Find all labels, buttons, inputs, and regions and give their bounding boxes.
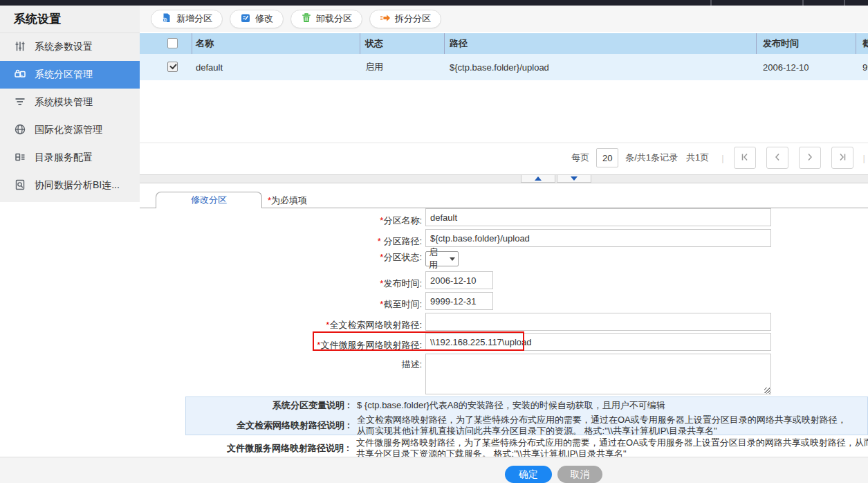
per-page-label: 每页 — [571, 152, 589, 164]
next-page-icon — [806, 153, 814, 163]
prev-page-button[interactable] — [766, 147, 788, 169]
records-count-label: 条/共1条记录 — [625, 152, 678, 164]
modify-button[interactable]: 修改 — [230, 10, 284, 28]
sidebar-item-label: 系统分区管理 — [35, 69, 93, 81]
sidebar-item-system-modules[interactable]: 系统模块管理 — [0, 89, 140, 116]
note-row-microservice-explain: 文件微服务网络映射路径说明 : 文件微服务网络映射路径，为了某些特殊分布式应用的… — [185, 437, 868, 457]
partition-table-header: 名称 状态 路径 发布时间 截至时间 — [140, 33, 868, 54]
ok-button[interactable]: 确定 — [505, 466, 552, 483]
partition-path-input[interactable] — [425, 229, 771, 247]
collapse-down-button[interactable] — [557, 175, 591, 183]
note-text: 全文检索网络映射路径，为了某些特殊分布式应用的需要，通过在OA或专用服务器上设置… — [357, 414, 855, 435]
modify-partition-form: 修改分区 *为必填项 *分区名称: * 分区路径: *分区状态: 启用 *发布时… — [140, 184, 868, 457]
button-label: 修改 — [255, 12, 273, 25]
sidebar-item-label: 国际化资源管理 — [35, 124, 102, 136]
cell-path: ${ctp.base.folder}/upload — [450, 54, 549, 80]
column-header-path[interactable]: 路径 — [450, 33, 468, 54]
edit-icon — [240, 12, 251, 26]
note-text: $ {ctp.base.folder}代表A8的安装路径，安装的时候自动获取，且… — [357, 400, 855, 411]
split-partition-button[interactable]: 拆分分区 — [369, 10, 441, 28]
last-page-button[interactable] — [831, 147, 853, 169]
description-textarea[interactable] — [425, 354, 771, 394]
row-checkbox[interactable] — [167, 62, 178, 72]
per-page-input[interactable] — [596, 148, 618, 167]
chevron-down-icon — [450, 257, 455, 261]
top-bar-divider — [844, 0, 845, 6]
button-label: 卸载分区 — [316, 12, 352, 25]
note-row-fulltext-explain: 全文检索网络映射路径说明 : 全文检索网络映射路径，为了某些特殊分布式应用的需要… — [186, 414, 867, 435]
sidebar-item-label: 系统参数设置 — [35, 41, 93, 53]
field-label-partition-status: *分区状态: — [216, 250, 422, 265]
sidebar-item-label: 目录服务配置 — [35, 152, 93, 164]
cancel-button[interactable]: 取消 — [557, 466, 602, 483]
sidebar-item-directory-service[interactable]: 目录服务配置 — [0, 144, 140, 172]
note-label: 系统分区变量说明 : — [186, 400, 350, 411]
sidebar-item-partition-management[interactable]: 系统分区管理 — [0, 61, 140, 89]
notes-box: 系统分区变量说明 : $ {ctp.base.folder}代表A8的安装路径，… — [185, 397, 868, 435]
tab-modify-partition[interactable]: 修改分区 — [156, 192, 262, 208]
column-header-name[interactable]: 名称 — [196, 33, 214, 54]
pagination-bar: 每页 条/共1条记录 共1页 | | — [140, 143, 868, 173]
top-bar-divider — [802, 0, 804, 6]
last-page-icon — [838, 153, 847, 163]
field-label-partition-name: *分区名称: — [216, 212, 422, 230]
table-row[interactable]: default 启用 ${ctp.base.folder}/upload 200… — [140, 54, 868, 80]
column-header-end-date[interactable]: 截至时间 — [862, 33, 868, 54]
cell-publish-date: 2006-12-10 — [763, 54, 809, 80]
form-footer: 确定 取消 — [0, 457, 868, 483]
cell-end-date: 9999-12-31 — [862, 54, 868, 80]
sidebar-item-label: 协同数据分析BI连... — [35, 179, 120, 192]
sidebar-item-i18n-resources[interactable]: 国际化资源管理 — [0, 116, 140, 144]
note-label: 文件微服务网络映射路径说明 : — [185, 443, 349, 454]
add-partition-button[interactable]: 新增分区 — [151, 10, 223, 28]
sliders-icon — [14, 40, 26, 55]
partition-status-select[interactable]: 启用 — [425, 251, 459, 266]
end-date-input[interactable] — [425, 292, 493, 310]
add-document-icon — [161, 12, 172, 26]
sidebar-item-system-params[interactable]: 系统参数设置 — [0, 33, 140, 61]
cell-status: 启用 — [365, 54, 383, 80]
field-label-end-date: *截至时间: — [216, 295, 422, 313]
note-row-variable-explain: 系统分区变量说明 : $ {ctp.base.folder}代表A8的安装路径，… — [186, 400, 867, 411]
sidebar-item-label: 系统模块管理 — [35, 96, 93, 109]
note-text: 文件微服务网络映射路径，为了某些特殊分布式应用的需要，通过在OA或专用服务器上设… — [356, 437, 868, 457]
panel-splitter[interactable] — [140, 174, 868, 183]
partition-lock-icon — [14, 68, 26, 82]
directory-list-icon — [14, 151, 26, 165]
required-note-text: 为必填项 — [271, 195, 307, 206]
globe-icon — [14, 123, 26, 138]
unload-partition-button[interactable]: 卸载分区 — [290, 10, 362, 28]
field-label-description: 描述: — [216, 356, 422, 374]
publish-date-input[interactable] — [425, 271, 493, 289]
page-title: 系统设置 — [0, 6, 140, 33]
top-bar-divider — [710, 0, 712, 6]
first-page-icon — [741, 153, 749, 163]
column-header-status[interactable]: 状态 — [365, 33, 383, 54]
next-page-button[interactable] — [799, 147, 821, 169]
partition-toolbar: 新增分区 修改 卸载分区 拆分分区 — [140, 6, 868, 32]
selected-status-value: 启用 — [429, 246, 446, 271]
first-page-button[interactable] — [734, 147, 756, 169]
button-label: 新增分区 — [176, 12, 212, 25]
pager-divider: | — [863, 153, 865, 163]
fulltext-network-path-input[interactable] — [425, 313, 771, 331]
field-label-publish-date: *发布时间: — [216, 275, 422, 293]
microservice-network-path-input[interactable] — [425, 333, 771, 351]
collapse-up-button[interactable] — [521, 175, 555, 183]
partition-name-input[interactable] — [425, 208, 771, 226]
system-settings-window: 系统设置 系统参数设置 系统分区管理 系统模块管理 国际化资源管理 — [0, 0, 868, 483]
required-fields-note: *为必填项 — [268, 194, 307, 207]
collapse-down-icon — [571, 176, 578, 181]
settings-sidebar: 系统设置 系统参数设置 系统分区管理 系统模块管理 国际化资源管理 — [0, 6, 140, 202]
field-label-partition-path: * 分区路径: — [216, 233, 422, 250]
select-all-checkbox[interactable] — [167, 38, 178, 48]
bi-search-doc-icon — [14, 179, 26, 193]
pager-divider: | — [721, 153, 723, 163]
pages-count-label: 共1页 — [686, 152, 709, 164]
sidebar-item-bi-connector[interactable]: 协同数据分析BI连... — [0, 172, 140, 199]
column-header-publish-date[interactable]: 发布时间 — [763, 33, 799, 54]
field-label-fulltext-network-path: *全文检索网络映射路径: — [216, 316, 422, 334]
collapse-up-icon — [535, 176, 542, 181]
button-label: 拆分分区 — [395, 12, 431, 25]
trash-icon — [301, 12, 312, 26]
